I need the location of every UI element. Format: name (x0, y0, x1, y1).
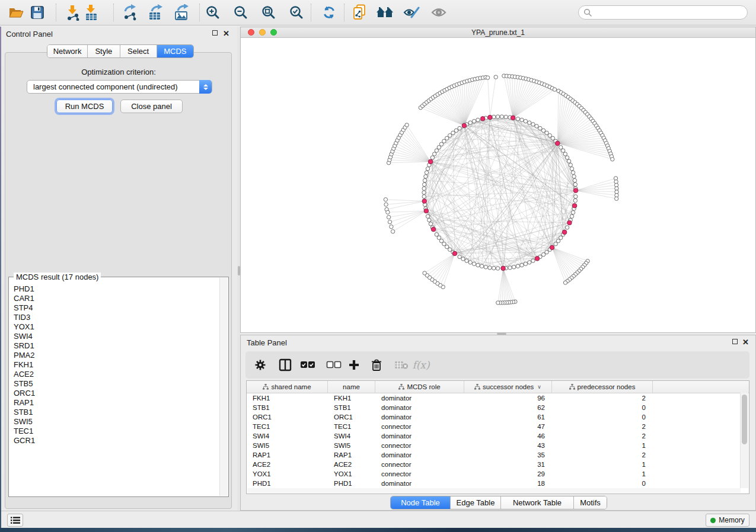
graph-node[interactable] (424, 175, 428, 178)
tab-network-table[interactable]: Network Table (501, 496, 574, 509)
graph-node[interactable] (496, 301, 500, 305)
delete-table-icon[interactable] (393, 357, 410, 373)
tab-node-table[interactable]: Node Table (391, 496, 451, 509)
graph-node[interactable] (476, 263, 480, 267)
deselect-all-icon[interactable] (325, 357, 343, 373)
graph-node[interactable] (423, 271, 426, 275)
graph-node[interactable] (563, 281, 567, 284)
graph-dominator-node[interactable] (452, 251, 457, 256)
graph-dominator-node[interactable] (488, 115, 493, 120)
graph-node[interactable] (486, 76, 489, 79)
optimization-select[interactable]: largest connected component (undirected) (27, 80, 212, 94)
graph-node[interactable] (512, 265, 516, 269)
graph-node[interactable] (492, 266, 496, 270)
graph-node[interactable] (559, 146, 563, 149)
export-table-icon[interactable] (146, 2, 166, 23)
column-header-MCDS-role[interactable]: MCDS role (375, 381, 464, 393)
graph-node[interactable] (574, 195, 578, 198)
graph-node[interactable] (520, 263, 524, 267)
graph-node[interactable] (528, 121, 531, 124)
graph-node[interactable] (500, 115, 503, 118)
graph-node[interactable] (484, 265, 487, 269)
table-row-YOX1[interactable]: YOX1YOX1connector291 (247, 469, 749, 479)
graph-dominator-node[interactable] (511, 116, 515, 120)
graph-node[interactable] (553, 88, 556, 91)
delete-row-icon[interactable] (368, 357, 385, 373)
graph-node[interactable] (426, 214, 429, 218)
graph-node[interactable] (472, 262, 476, 265)
graph-node[interactable] (571, 211, 575, 214)
graph-node[interactable] (496, 267, 499, 270)
home-icon[interactable] (375, 2, 395, 23)
zoom-out-icon[interactable] (231, 2, 251, 23)
column-header-predecessor-nodes[interactable]: predecessor nodes (552, 381, 653, 393)
tab-edge-table[interactable]: Edge Table (451, 496, 501, 509)
table-row-STB1[interactable]: STB1STB1dominator620 (247, 403, 749, 412)
graph-node[interactable] (573, 198, 577, 202)
show-panel-icon[interactable] (429, 2, 449, 23)
graph-node[interactable] (531, 259, 535, 262)
graph-node[interactable] (520, 118, 524, 121)
graph-dominator-node[interactable] (573, 188, 578, 193)
tab-mcds[interactable]: MCDS (157, 45, 193, 57)
zoom-selected-icon[interactable] (286, 2, 307, 23)
graph-node[interactable] (430, 156, 434, 159)
graph-node[interactable] (573, 178, 576, 182)
hide-panel-icon[interactable] (401, 2, 422, 23)
graph-node[interactable] (461, 257, 465, 261)
save-session-icon[interactable] (27, 2, 47, 23)
graph-node[interactable] (524, 262, 527, 265)
graph-node[interactable] (567, 159, 570, 163)
graph-node[interactable] (465, 259, 468, 262)
tab-motifs[interactable]: Motifs (574, 496, 607, 509)
show-columns-icon[interactable] (276, 357, 294, 373)
graph-dominator-node[interactable] (567, 220, 572, 225)
graph-node[interactable] (391, 230, 394, 233)
table-row-SWI4[interactable]: SWI4SWI4dominator462 (247, 431, 749, 441)
graph-node[interactable] (435, 233, 438, 236)
tab-style[interactable]: Style (88, 45, 120, 57)
graph-node[interactable] (437, 146, 441, 149)
graph-node[interactable] (524, 119, 527, 123)
graph-node[interactable] (531, 123, 535, 126)
graph-node[interactable] (458, 255, 461, 258)
graph-node[interactable] (554, 242, 557, 246)
graph-node[interactable] (496, 115, 499, 118)
graph-node[interactable] (426, 167, 429, 171)
table-row-TEC1[interactable]: TEC1TEC1connector472 (247, 422, 749, 431)
graph-node[interactable] (386, 210, 390, 214)
graph-dominator-node[interactable] (501, 266, 506, 271)
graph-node[interactable] (516, 117, 519, 121)
table-row-RAP1[interactable]: RAP1RAP1dominator352 (247, 450, 749, 460)
close-panel-button[interactable]: Close panel (120, 100, 183, 113)
graph-node[interactable] (435, 149, 438, 152)
network-graph-canvas[interactable] (241, 37, 755, 332)
export-image-icon[interactable] (172, 2, 192, 23)
graph-node[interactable] (488, 266, 492, 270)
search-input[interactable] (595, 8, 747, 17)
graph-node[interactable] (423, 178, 426, 182)
graph-node[interactable] (569, 163, 572, 166)
graph-node[interactable] (476, 118, 480, 121)
share-document-icon[interactable] (350, 2, 370, 23)
graph-node[interactable] (538, 126, 542, 130)
graph-node[interactable] (516, 264, 519, 268)
graph-node[interactable] (384, 203, 388, 206)
run-mcds-button[interactable]: Run MCDS (56, 100, 113, 113)
float-panel-icon[interactable] (212, 30, 218, 36)
graph-node[interactable] (545, 131, 548, 134)
graph-node[interactable] (405, 123, 409, 127)
close-panel-icon[interactable]: ✕ (223, 30, 230, 37)
graph-dominator-node[interactable] (462, 123, 467, 128)
graph-dominator-node[interactable] (480, 117, 485, 121)
graph-dominator-node[interactable] (535, 257, 540, 261)
graph-node[interactable] (551, 136, 554, 140)
graph-node[interactable] (433, 152, 436, 156)
table-vscroll-thumb[interactable] (742, 395, 747, 444)
graph-node[interactable] (541, 253, 545, 257)
graph-node[interactable] (384, 198, 387, 201)
graph-node[interactable] (468, 261, 472, 264)
settings-icon[interactable] (251, 357, 269, 373)
graph-node[interactable] (492, 115, 496, 118)
graph-node[interactable] (390, 225, 393, 229)
